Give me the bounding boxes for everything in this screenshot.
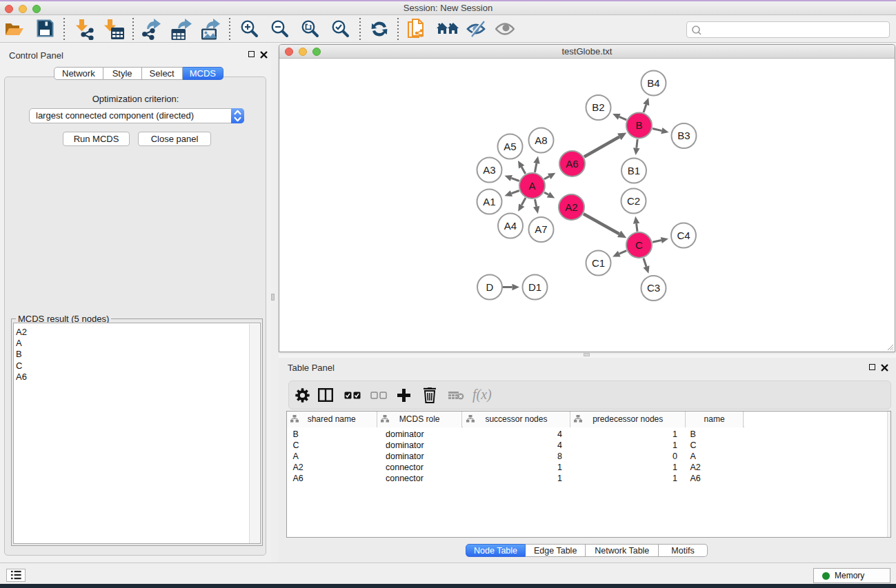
svg-text:A8: A8 [535, 134, 547, 146]
svg-text:B: B [635, 119, 642, 131]
svg-text:B2: B2 [592, 101, 604, 113]
svg-text:A7: A7 [535, 223, 547, 235]
svg-text:B1: B1 [628, 165, 640, 176]
svg-text:A3: A3 [483, 164, 495, 176]
svg-text:A: A [528, 180, 535, 192]
svg-text:B4: B4 [647, 77, 659, 89]
svg-text:A6: A6 [566, 158, 578, 170]
svg-text:C4: C4 [677, 230, 690, 241]
svg-text:A2: A2 [565, 201, 577, 213]
svg-text:C3: C3 [647, 282, 660, 294]
svg-text:C2: C2 [627, 195, 640, 207]
svg-text:A1: A1 [483, 196, 495, 207]
svg-text:D1: D1 [528, 281, 541, 293]
svg-text:C: C [635, 239, 643, 251]
svg-text:B3: B3 [677, 130, 690, 141]
svg-text:C1: C1 [592, 257, 605, 269]
svg-text:A5: A5 [504, 141, 516, 152]
svg-text:D: D [486, 281, 494, 293]
svg-text:A4: A4 [504, 220, 517, 232]
